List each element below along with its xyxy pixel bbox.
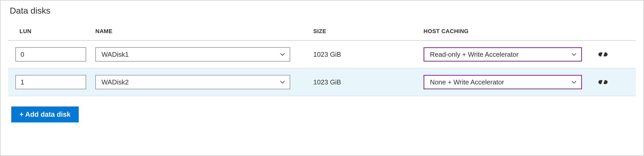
name-dropdown-label: WADisk1 [102, 51, 129, 59]
host-caching-label: None + Write Accelerator [430, 78, 504, 86]
chevron-down-icon [571, 79, 577, 85]
host-caching-dropdown[interactable]: Read-only + Write Accelerator [424, 47, 582, 62]
name-dropdown[interactable]: WADisk1 [95, 47, 290, 62]
detach-disk-icon[interactable] [598, 79, 608, 86]
header-host-caching: HOST CACHING [424, 28, 598, 35]
table-row: WADisk1 1023 GiB Read-only + Write Accel… [8, 41, 636, 69]
header-name: NAME [95, 28, 313, 35]
name-dropdown-label: WADisk2 [102, 78, 129, 86]
lun-input[interactable] [15, 47, 86, 62]
size-value: 1023 GiB [313, 78, 341, 86]
section-title: Data disks [10, 6, 636, 16]
header-size: SIZE [313, 28, 424, 35]
data-disks-table: LUN NAME SIZE HOST CACHING WADisk1 1023 … [8, 23, 636, 96]
lun-input[interactable] [15, 75, 86, 89]
chevron-down-icon [279, 79, 286, 85]
name-dropdown[interactable]: WADisk2 [95, 75, 290, 89]
detach-disk-icon[interactable] [598, 51, 608, 58]
host-caching-dropdown[interactable]: None + Write Accelerator [424, 75, 582, 89]
table-row: WADisk2 1023 GiB None + Write Accelerato… [8, 69, 636, 96]
chevron-down-icon [279, 51, 286, 57]
host-caching-label: Read-only + Write Accelerator [430, 51, 519, 59]
table-header-row: LUN NAME SIZE HOST CACHING [8, 23, 636, 41]
data-disks-panel: Data disks LUN NAME SIZE HOST CACHING WA… [0, 0, 644, 156]
add-data-disk-button[interactable]: + Add data disk [11, 106, 79, 122]
size-value: 1023 GiB [313, 51, 341, 59]
header-lun: LUN [8, 28, 95, 35]
chevron-down-icon [571, 51, 577, 57]
